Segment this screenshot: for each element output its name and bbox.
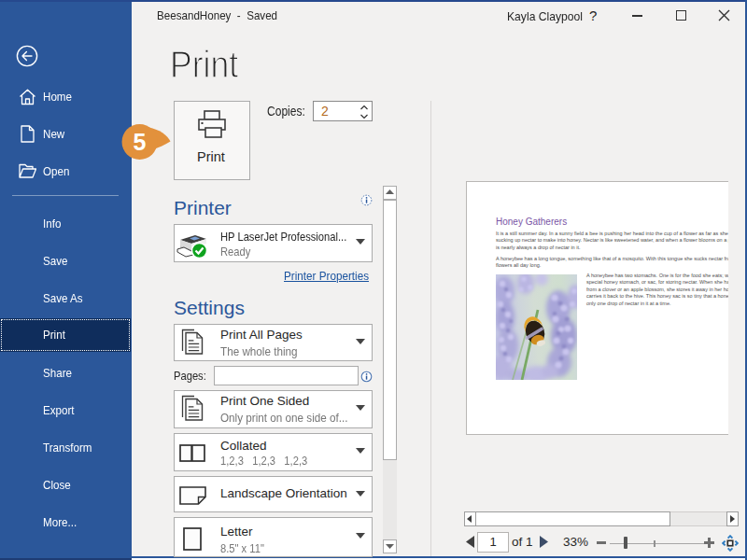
- svg-text:5: 5: [134, 129, 147, 155]
